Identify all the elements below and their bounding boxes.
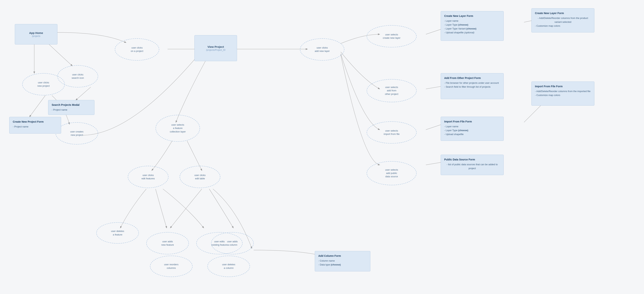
user-adds-new-feature-label: user adds new feature xyxy=(161,240,174,246)
iff2-title: Import From File Form xyxy=(535,84,562,88)
cnlf2-item2: - Customize map colors xyxy=(535,24,560,28)
user-clicks-search-icon-node: user clicks search icon xyxy=(58,65,98,87)
user-clicks-on-project-node: user clicks on a project xyxy=(115,38,159,61)
import-from-file-form-2-node: Import From File Form - Add/Delete/Reord… xyxy=(532,82,594,106)
user-deletes-column-node: user deletes a column xyxy=(208,256,250,277)
user-clicks-edit-features-label: user clicks edit features xyxy=(142,174,155,180)
iff2-item1: - Add/Delete/Reorder columns from the im… xyxy=(535,90,590,93)
user-adds-column-label: user adds a column xyxy=(227,240,238,246)
import-from-file-form-1-node: Import From File Form - Layer name - Lay… xyxy=(441,117,504,141)
create-new-layer-form-1-node: Create New Layer Form - Layer name - Lay… xyxy=(441,11,504,41)
user-reorders-columns-node: user reorders columns xyxy=(150,256,192,277)
user-clicks-add-new-layer-label: user clicks add new layer xyxy=(315,46,330,53)
user-selects-feature-collection-label: user selects a feature collection layer xyxy=(170,123,186,133)
user-selects-import-from-file-label: user selects import from file xyxy=(384,129,400,136)
iff1-item2: - Layer Type (choose) xyxy=(444,129,468,132)
cnlf1-item2: - Layer Type (choose) xyxy=(444,23,468,27)
user-clicks-edit-table-node: user clicks edit table xyxy=(180,166,220,188)
user-creates-new-project-label: user creates new project xyxy=(70,130,84,137)
cnlf1-item4: - Upload shapefile (optional) xyxy=(444,31,474,35)
iff1-item1: - Layer name xyxy=(444,125,458,129)
acf-item2: - Data type (choose) xyxy=(318,263,341,267)
user-selects-add-public-label: user selects add public data source xyxy=(385,168,398,178)
user-selects-add-from-other-node: user selects add from other project xyxy=(366,79,416,102)
cnlf2-item1: - Add/Delete/Reorder columns from the pr… xyxy=(535,16,591,24)
user-selects-create-new-layer-node: user selects create new layer xyxy=(366,25,416,48)
search-projects-modal-title: Search Projects Modal xyxy=(52,103,80,107)
user-clicks-search-icon-label: user clicks search icon xyxy=(72,73,84,80)
view-project-node: View Project /projects/Project_ID xyxy=(194,35,237,61)
afop-form-title: Add From Other Project Form xyxy=(444,76,481,80)
app-home-label: App Home xyxy=(29,31,43,35)
user-selects-import-from-file-node: user selects import from file xyxy=(366,121,416,144)
app-home-node: App Home /projects xyxy=(15,24,58,45)
user-reorders-columns-label: user reorders columns xyxy=(164,263,178,269)
view-project-sub: /projects/Project_ID xyxy=(206,49,226,51)
add-column-form-node: Add Column Form - Column name - Data typ… xyxy=(315,251,370,271)
user-creates-new-project-node: user creates new project xyxy=(56,122,98,145)
create-new-layer-form-2-node: Create New Layer Form - Add/Delete/Reord… xyxy=(532,8,594,33)
search-projects-modal-node: Search Projects Modal - Project name xyxy=(48,100,94,115)
afop-item1: - File browser for other projects under … xyxy=(444,81,499,85)
create-new-project-form-item1: - Project name xyxy=(13,125,28,129)
add-from-other-project-form-node: Add From Other Project Form - File brows… xyxy=(441,73,504,99)
user-clicks-edit-features-node: user clicks edit features xyxy=(128,166,168,188)
create-new-project-form-title: Create New Project Form xyxy=(13,120,44,124)
pds-item1: - list of public data sources that can b… xyxy=(444,163,500,170)
create-new-layer-form-1-title: Create New Layer Form xyxy=(444,14,473,18)
add-column-form-title: Add Column Form xyxy=(318,254,341,258)
acf-item1: - Column name xyxy=(318,259,335,263)
cnlf1-item1: - Layer name xyxy=(444,19,458,23)
user-clicks-add-new-layer-node: user clicks add new layer xyxy=(300,38,344,61)
search-projects-modal-item1: - Project name xyxy=(52,108,68,112)
iff1-item3: - Upload shapefile xyxy=(444,132,464,136)
user-deletes-column-label: user deletes a column xyxy=(222,263,235,269)
cnlf1-item3: - Layer Type Variant (choose) xyxy=(444,27,476,31)
user-deletes-feature-label: user deletes a feature xyxy=(111,229,124,236)
pds-form-title: Public Data Source Form xyxy=(444,157,475,162)
user-clicks-new-project-label: user clicks new project xyxy=(38,81,50,88)
public-data-source-form-node: Public Data Source Form - list of public… xyxy=(441,155,504,175)
create-new-project-form-node: Create New Project Form - Project name xyxy=(9,117,61,134)
view-project-label: View Project xyxy=(208,45,224,48)
user-selects-add-public-node: user selects add public data source xyxy=(366,161,416,185)
user-deletes-feature-node: user deletes a feature xyxy=(96,222,139,244)
create-new-layer-form-2-title: Create New Layer Form xyxy=(535,11,564,15)
user-adds-new-feature-node: user adds new feature xyxy=(146,232,189,254)
iff1-title: Import From File Form xyxy=(444,120,472,124)
user-adds-column-node: user adds a column xyxy=(211,232,254,254)
user-clicks-on-project-label: user clicks on a project xyxy=(131,46,143,53)
user-selects-create-new-layer-label: user selects create new layer xyxy=(383,33,400,40)
user-clicks-edit-table-label: user clicks edit table xyxy=(194,174,206,180)
iff2-item2: - Customize map colors xyxy=(535,93,560,97)
user-selects-feature-collection-node: user selects a feature collection layer xyxy=(156,115,200,142)
diagram-canvas: App Home /projects user clicks new proje… xyxy=(0,0,644,294)
app-home-sub: /projects xyxy=(32,35,40,38)
user-selects-add-from-other-label: user selects add from other project xyxy=(385,86,398,96)
afop-item2: - Search field to filter through list of… xyxy=(444,85,490,89)
